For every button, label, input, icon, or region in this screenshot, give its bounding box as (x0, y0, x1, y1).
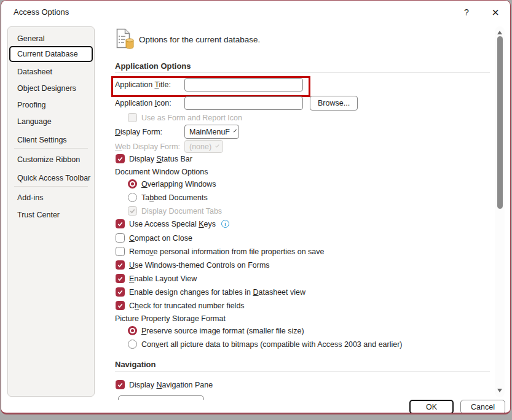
overlapping-windows-row: Overlapping Windows (128, 179, 216, 189)
sidebar-divider (14, 148, 88, 149)
preserve-source-format-radio[interactable] (128, 326, 137, 335)
application-title-label: Application Title: (115, 80, 180, 89)
web-display-form-row: Web Display Form: (none) (115, 140, 223, 153)
check-truncated-fields-checkbox[interactable] (116, 301, 125, 310)
picture-property-label: Picture Property Storage Format (115, 314, 226, 323)
sidebar-item-client-settings[interactable]: Client Settings (9, 132, 93, 148)
browse-button[interactable]: Browse... (310, 96, 358, 111)
picture-property-row: Picture Property Storage Format (115, 314, 226, 323)
compact-on-close-checkbox[interactable] (116, 233, 125, 243)
compact-on-close-label[interactable]: Compact on Close (129, 234, 192, 243)
tabbed-documents-radio[interactable] (128, 193, 137, 202)
windows-themed-controls-label[interactable]: Use Windows-themed Controls on Forms (129, 261, 270, 270)
sidebar-divider (14, 186, 88, 187)
use-access-special-keys-checkbox[interactable] (116, 219, 125, 228)
vertical-scrollbar[interactable] (495, 26, 505, 397)
use-as-form-report-icon-label: Use as Form and Report Icon (141, 114, 242, 122)
sidebar-item-current-database[interactable]: Current Database (9, 46, 93, 62)
application-icon-row: Application Icon: Browse... (115, 96, 358, 111)
chevron-down-icon (215, 144, 219, 147)
navigation-options-button-partial[interactable] (118, 395, 204, 400)
document-window-options-label: Document Window Options (115, 168, 208, 176)
preserve-source-format-row: Preserve source image format (smaller fi… (128, 326, 304, 335)
info-icon[interactable]: i (221, 220, 229, 228)
check-truncated-fields-label[interactable]: Check for truncated number fields (129, 301, 245, 310)
tabbed-documents-label[interactable]: Tabbed Documents (141, 193, 208, 202)
sidebar-item-proofing[interactable]: Proofing (9, 97, 93, 113)
sidebar-item-quick-access-toolbar[interactable]: Quick Access Toolbar (9, 170, 93, 186)
overlapping-windows-label[interactable]: Overlapping Windows (141, 180, 216, 189)
document-window-options-row: Document Window Options (115, 168, 208, 176)
display-form-dropdown[interactable]: MainMenuF (184, 125, 239, 139)
enable-layout-view-checkbox[interactable] (116, 274, 125, 283)
database-document-icon (116, 28, 135, 53)
close-icon[interactable]: × (486, 4, 505, 20)
screen: Access Options ? × General Current Datab… (0, 0, 512, 420)
sidebar-item-add-ins[interactable]: Add-ins (9, 190, 93, 206)
use-as-form-report-icon-row: Use as Form and Report Icon (128, 113, 242, 122)
display-status-bar-row: Display Status Bar (116, 154, 192, 163)
display-document-tabs-checkbox (128, 206, 137, 216)
enable-design-changes-label[interactable]: Enable design changes for tables in Data… (129, 288, 305, 297)
section-divider (115, 371, 490, 372)
convert-to-bitmaps-label[interactable]: Convert all picture data to bitmaps (com… (141, 340, 403, 349)
convert-to-bitmaps-radio[interactable] (128, 340, 137, 349)
display-status-bar-label[interactable]: Display Status Bar (129, 155, 192, 163)
enable-layout-view-row: Enable Layout View (116, 274, 197, 283)
enable-design-changes-row: Enable design changes for tables in Data… (116, 287, 305, 297)
dialog-title: Access Options (14, 7, 69, 17)
cancel-button[interactable]: Cancel (460, 400, 505, 414)
display-form-label: Display Form: (115, 128, 180, 136)
use-access-special-keys-label[interactable]: Use Access Special Keys (129, 220, 216, 228)
windows-themed-controls-row: Use Windows-themed Controls on Forms (116, 260, 270, 270)
sidebar-item-object-designers[interactable]: Object Designers (9, 80, 93, 96)
display-form-value: MainMenuF (189, 128, 230, 136)
check-truncated-fields-row: Check for truncated number fields (116, 301, 245, 310)
sidebar-item-general[interactable]: General (9, 31, 93, 47)
page-description: Options for the current database. (139, 35, 260, 44)
sidebar-item-customize-ribbon[interactable]: Customize Ribbon (9, 152, 93, 168)
display-navigation-pane-checkbox[interactable] (116, 380, 125, 389)
display-navigation-pane-row: Display Navigation Pane (116, 380, 213, 389)
ok-button[interactable]: OK (409, 400, 454, 414)
compact-on-close-row: Compact on Close (116, 233, 192, 243)
overlapping-windows-radio[interactable] (128, 179, 137, 189)
application-title-input[interactable] (184, 78, 303, 91)
section-heading-application-options: Application Options (115, 61, 191, 71)
sidebar-item-datasheet[interactable]: Datasheet (9, 64, 93, 80)
display-document-tabs-label: Display Document Tabs (141, 207, 222, 216)
application-title-row: Application Title: (115, 78, 303, 91)
display-document-tabs-row: Display Document Tabs (128, 206, 222, 216)
scrollbar-thumb[interactable] (497, 36, 503, 209)
remove-personal-info-label[interactable]: Remove personal information from file pr… (129, 247, 325, 256)
use-as-form-report-icon-checkbox (128, 113, 137, 122)
display-form-row: Display Form: MainMenuF (115, 125, 239, 139)
tabbed-documents-row: Tabbed Documents (128, 193, 208, 202)
help-button[interactable]: ? (457, 4, 476, 20)
enable-design-changes-checkbox[interactable] (116, 287, 125, 297)
scrollbar-up-icon[interactable] (497, 31, 502, 34)
application-icon-input[interactable] (184, 96, 303, 110)
category-sidebar: General Current Database Datasheet Objec… (7, 26, 95, 397)
preserve-source-format-label[interactable]: Preserve source image format (smaller fi… (141, 327, 304, 335)
chevron-down-icon (234, 130, 237, 133)
section-heading-navigation: Navigation (115, 360, 156, 369)
web-display-form-dropdown: (none) (184, 140, 223, 153)
section-divider (115, 72, 490, 73)
display-navigation-pane-label[interactable]: Display Navigation Pane (129, 381, 213, 389)
web-display-form-value: (none) (189, 142, 211, 151)
display-status-bar-checkbox[interactable] (116, 154, 125, 163)
sidebar-item-language[interactable]: Language (9, 114, 93, 130)
convert-to-bitmaps-row: Convert all picture data to bitmaps (com… (128, 340, 403, 349)
remove-personal-info-row: Remove personal information from file pr… (116, 247, 325, 256)
clipped-button-region (117, 394, 216, 400)
enable-layout-view-label[interactable]: Enable Layout View (129, 274, 197, 283)
scrollbar-down-icon[interactable] (497, 389, 502, 392)
use-access-special-keys-row: Use Access Special Keys i (116, 219, 229, 228)
windows-themed-controls-checkbox[interactable] (116, 260, 125, 270)
access-options-dialog: Access Options ? × General Current Datab… (1, 0, 511, 414)
remove-personal-info-checkbox[interactable] (116, 247, 125, 256)
sidebar-item-trust-center[interactable]: Trust Center (9, 207, 93, 223)
web-display-form-label: Web Display Form: (115, 142, 180, 151)
application-icon-label: Application Icon: (115, 99, 180, 107)
